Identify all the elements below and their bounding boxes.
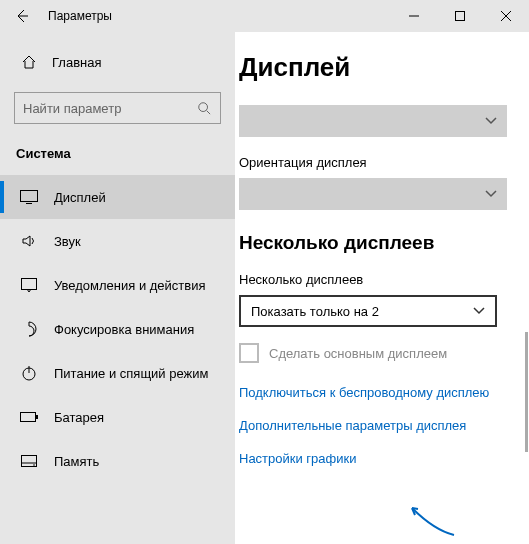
wireless-display-link[interactable]: Подключиться к беспроводному дисплею [239,385,511,400]
home-label: Главная [52,55,101,70]
svg-rect-12 [36,415,38,419]
nav-label: Батарея [54,410,104,425]
svg-rect-6 [21,191,38,202]
advanced-display-link[interactable]: Дополнительные параметры дисплея [239,418,511,433]
multi-displays-label: Несколько дисплеев [239,272,511,287]
orientation-label: Ориентация дисплея [239,155,511,170]
maximize-button[interactable] [437,0,483,32]
svg-rect-1 [456,12,465,21]
battery-icon [20,412,38,422]
content-pane: Дисплей Ориентация дисплея Несколько дис… [235,32,529,544]
nav-item-display[interactable]: Дисплей [0,175,235,219]
focus-icon [20,321,38,337]
sound-icon [20,233,38,249]
resolution-dropdown[interactable] [239,105,507,137]
nav-label: Дисплей [54,190,106,205]
sidebar: Главная Система Дисплей Звук Уведо [0,32,235,544]
graphics-settings-link[interactable]: Настройки графики [239,451,511,466]
orientation-dropdown[interactable] [239,178,507,210]
window-title: Параметры [44,9,391,23]
storage-icon [20,455,38,467]
nav-label: Память [54,454,99,469]
multi-displays-dropdown[interactable]: Показать только на 2 [239,295,497,327]
chevron-down-icon [473,307,485,315]
display-icon [20,190,38,204]
titlebar: Параметры [0,0,529,32]
chevron-down-icon [485,190,497,198]
home-button[interactable]: Главная [0,42,235,82]
search-box[interactable] [14,92,221,124]
svg-point-4 [199,103,208,112]
window-controls [391,0,529,32]
notifications-icon [20,278,38,292]
make-main-checkbox-row: Сделать основным дисплеем [239,343,511,363]
nav-label: Звук [54,234,81,249]
nav-label: Уведомления и действия [54,278,206,293]
search-input[interactable] [23,101,196,116]
page-title: Дисплей [239,52,511,83]
nav-item-notifications[interactable]: Уведомления и действия [0,263,235,307]
make-main-label: Сделать основным дисплеем [269,346,447,361]
scrollbar-thumb[interactable] [525,332,528,452]
nav-label: Фокусировка внимания [54,322,194,337]
annotation-arrow [404,500,464,540]
nav-item-focus[interactable]: Фокусировка внимания [0,307,235,351]
close-button[interactable] [483,0,529,32]
nav-item-power[interactable]: Питание и спящий режим [0,351,235,395]
minimize-button[interactable] [391,0,437,32]
search-icon [196,101,212,115]
svg-point-15 [33,464,35,466]
nav-item-sound[interactable]: Звук [0,219,235,263]
power-icon [20,365,38,381]
svg-line-5 [207,111,211,115]
nav-item-battery[interactable]: Батарея [0,395,235,439]
make-main-checkbox[interactable] [239,343,259,363]
nav-item-storage[interactable]: Память [0,439,235,483]
home-icon [20,54,38,70]
multi-displays-value: Показать только на 2 [251,304,379,319]
svg-rect-11 [21,413,36,422]
multi-displays-title: Несколько дисплеев [239,232,511,254]
back-button[interactable] [0,0,44,32]
chevron-down-icon [485,117,497,125]
svg-rect-8 [22,279,37,290]
category-label: Система [0,140,235,175]
nav-label: Питание и спящий режим [54,366,208,381]
